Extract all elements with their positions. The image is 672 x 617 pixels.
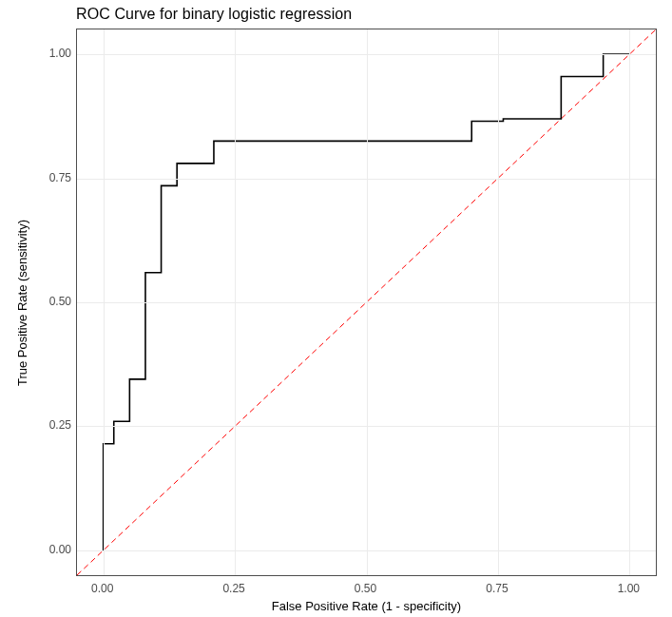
chart-title: ROC Curve for binary logistic regression [76, 6, 352, 23]
grid-h [77, 550, 656, 551]
y-axis-label-text: True Positive Rate (sensitivity) [16, 219, 30, 385]
x-tick-label: 0.25 [222, 582, 244, 595]
plot-panel [76, 29, 657, 576]
y-tick-label: 0.00 [49, 543, 71, 556]
x-tick-label: 0.75 [486, 582, 508, 595]
roc-chart: ROC Curve for binary logistic regression… [0, 0, 672, 617]
x-tick-label: 0.00 [91, 582, 113, 595]
grid-h [77, 179, 656, 180]
y-tick-label: 0.50 [49, 295, 71, 308]
x-axis-label: False Positive Rate (1 - specificity) [76, 599, 657, 613]
y-tick-label: 0.25 [49, 418, 71, 432]
grid-h [77, 302, 656, 303]
y-axis-label: True Positive Rate (sensitivity) [13, 29, 32, 576]
y-tick-label: 0.75 [49, 171, 71, 184]
x-tick-label: 0.50 [355, 582, 376, 595]
y-tick-label: 1.00 [49, 47, 71, 60]
x-tick-label: 1.00 [618, 582, 640, 595]
grid-h [77, 54, 656, 55]
grid-h [77, 426, 656, 427]
